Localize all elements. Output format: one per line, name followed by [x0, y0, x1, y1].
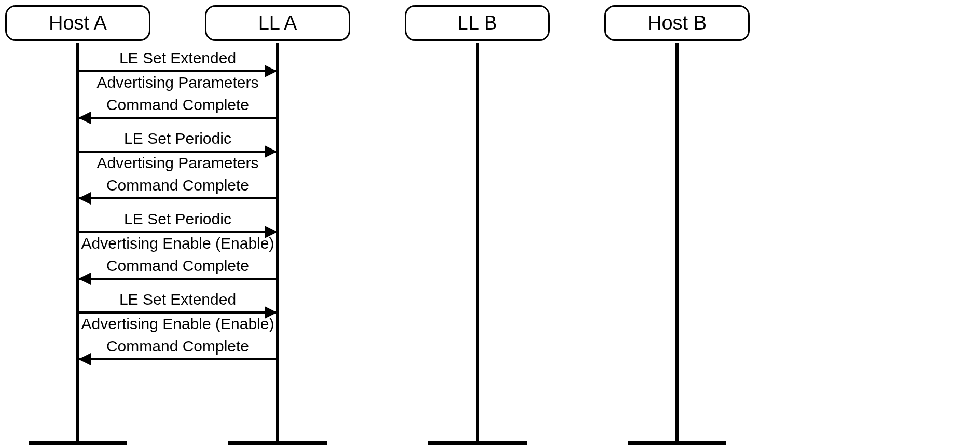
- msg2-label: Command Complete: [78, 96, 278, 114]
- msg8-arrow: [79, 358, 276, 360]
- msg1-label-line1: LE Set Extended: [78, 49, 278, 67]
- arrow-left-icon: [78, 353, 91, 365]
- foot-ll-b: [428, 441, 527, 445]
- msg3-arrow: [79, 151, 276, 153]
- arrow-left-icon: [78, 112, 91, 124]
- participant-ll-b: LL B: [405, 5, 550, 41]
- sequence-diagram: Host A LL A LL B Host B LE Set Extended …: [0, 0, 980, 448]
- msg1-arrow: [79, 70, 276, 72]
- lifeline-host-b: [675, 43, 679, 441]
- arrow-left-icon: [78, 192, 91, 205]
- msg3-label-line1: LE Set Periodic: [78, 130, 278, 147]
- lifeline-ll-b: [476, 43, 479, 441]
- msg8-label: Command Complete: [78, 337, 278, 355]
- msg3-label-line2: Advertising Parameters: [78, 154, 278, 172]
- msg4-arrow: [79, 197, 276, 199]
- foot-ll-a: [228, 441, 327, 445]
- msg2-arrow: [79, 117, 276, 119]
- msg5-label-line1: LE Set Periodic: [78, 210, 278, 228]
- msg7-label-line2: Advertising Enable (Enable): [78, 315, 278, 333]
- msg5-label-line2: Advertising Enable (Enable): [78, 235, 278, 252]
- msg6-label: Command Complete: [78, 257, 278, 275]
- msg4-label: Command Complete: [78, 177, 278, 194]
- msg1-label-line2: Advertising Parameters: [78, 74, 278, 91]
- participant-host-a: Host A: [5, 5, 150, 41]
- participant-host-b: Host B: [604, 5, 750, 41]
- msg5-arrow: [79, 231, 276, 233]
- msg7-label-line1: LE Set Extended: [78, 291, 278, 308]
- participant-ll-a: LL A: [205, 5, 350, 41]
- foot-host-a: [29, 441, 127, 445]
- msg7-arrow: [79, 311, 276, 314]
- arrow-left-icon: [78, 273, 91, 285]
- foot-host-b: [628, 441, 726, 445]
- msg6-arrow: [79, 278, 276, 280]
